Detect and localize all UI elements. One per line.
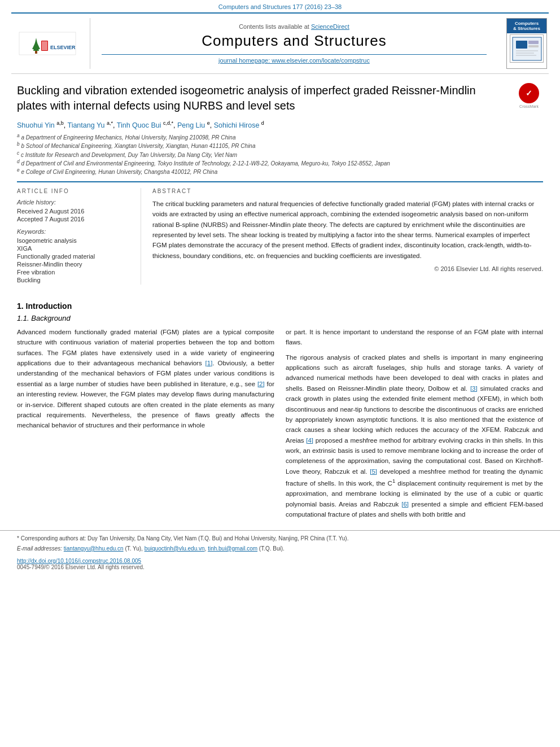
affiliation-d: d d Department of Civil and Environmenta… [17,159,543,167]
keyword-5: Free vibration [17,269,132,276]
email-yu[interactable]: tiantangyu@hhu.edu.cn [64,545,124,552]
svg-rect-8 [516,41,527,49]
ref2[interactable]: [2] [257,381,265,387]
svg-rect-9 [528,41,539,44]
ref4[interactable]: [4] [306,437,313,444]
author-hirose-sup: d [261,120,264,126]
contents-line: Contents lists available at ScienceDirec… [239,23,349,30]
article-info-abstract-section: ARTICLE INFO Article history: Received 2… [17,181,543,285]
keyword-4: Reissner-Mindlin theory [17,261,132,268]
keywords-label: Keywords: [17,228,132,235]
keyword-3: Functionally graded material [17,253,132,260]
ref3[interactable]: [3] [470,385,478,392]
article-title-section: Buckling and vibration extended isogeome… [17,83,543,113]
body-left-col: Advanced modern functionally graded mate… [17,327,274,525]
issn-text: 0045-7949/© 2016 Elsevier Ltd. All right… [17,564,145,570]
abstract-label: ABSTRACT [152,188,543,194]
thumbnail-title: Computers& Structures [513,21,540,31]
footer: http://dx.doi.org/10.1016/j.compstruc.20… [0,554,560,576]
journal-thumbnail: Computers& Structures [506,18,547,69]
keyword-1: Isogeometric analysis [17,237,132,244]
ref1[interactable]: [1] [205,360,213,366]
body-right-para1: or part. It is hence important to unders… [286,327,543,348]
article-info-col: ARTICLE INFO Article history: Received 2… [17,188,141,285]
subsection1-title: 1.1. Background [17,314,543,322]
authors-line: Shuohui Yin a,b, Tiantang Yu a,*, Tinh Q… [17,120,543,129]
doi-link[interactable]: http://dx.doi.org/10.1016/j.compstruc.20… [17,558,141,564]
top-banner: Computers and Structures 177 (2016) 23–3… [0,0,560,12]
svg-rect-5 [42,41,47,50]
author-yin-sup: a,b [56,120,64,126]
homepage-line: journal homepage: www.elsevier.com/locat… [218,57,370,64]
author-bui-sup: c,d,* [163,120,173,126]
crossmark-badge: ✓ CrossMark [515,83,543,108]
body-area: 1. Introduction 1.1. Background Advanced… [0,285,560,525]
ref6[interactable]: [6] [401,501,409,508]
journal-thumbnail-area: Computers& Structures [498,18,549,69]
svg-marker-2 [32,41,40,49]
received-date: Received 2 August 2016 [17,208,132,215]
elsevier-logo-svg: ELSEVIER [16,29,78,58]
affiliation-a: a a Department of Engineering Mechanics,… [17,133,543,141]
affiliation-b: b b School of Mechanical Engineering, Xi… [17,141,543,149]
abstract-copyright: © 2016 Elsevier Ltd. All rights reserved… [152,265,543,272]
elsevier-logo-area: ELSEVIER [11,18,90,69]
affiliations: a a Department of Engineering Mechanics,… [17,133,543,176]
author-liu-sup: e [207,120,210,126]
abstract-text: The critical buckling parameters and nat… [152,199,543,261]
footnote-corresponding: * Corresponding authors at: Duy Tan Univ… [17,534,543,543]
sciencedirect-link[interactable]: ScienceDirect [311,23,349,30]
author-yin[interactable]: Shuohui Yin [17,121,55,129]
article-info-label: ARTICLE INFO [17,188,132,194]
crossmark-label: CrossMark [519,104,539,108]
abstract-col: ABSTRACT The critical buckling parameter… [152,188,543,285]
journal-title: Computers and Structures [202,32,386,50]
body-two-col: Advanced modern functionally graded mate… [17,327,543,525]
svg-text:ELSEVIER: ELSEVIER [50,45,76,50]
article-area: Buckling and vibration extended isogeome… [0,74,560,285]
history-label: Article history: [17,199,132,206]
author-bui[interactable]: Tinh Quoc Bui [117,121,161,129]
homepage-link[interactable]: journal homepage: www.elsevier.com/locat… [218,57,370,64]
section1-title: 1. Introduction [17,302,543,311]
affiliation-e: e e College of Civil Engineering, Hunan … [17,167,543,175]
footnote-area: * Corresponding authors at: Duy Tan Univ… [0,530,560,553]
email-bui2[interactable]: tinh.bui@gmail.com [208,545,257,552]
keyword-2: XIGA [17,245,132,252]
affiliation-c: c c Institute for Research and Developme… [17,150,543,158]
svg-rect-3 [35,51,37,54]
footnote-email: E-mail addresses: tiantangyu@hhu.edu.cn … [17,544,543,553]
email-bui1[interactable]: buiquoctinh@vlu.edu.vn [145,545,205,552]
journal-title-area: Contents lists available at ScienceDirec… [90,18,498,69]
body-left-para1: Advanced modern functionally graded mate… [17,327,274,431]
article-title: Buckling and vibration extended isogeome… [17,83,506,113]
author-liu[interactable]: Peng Liu [177,121,205,129]
ref5[interactable]: [5] [370,468,377,475]
crossmark-icon: ✓ [519,83,539,103]
banner-text: Computers and Structures 177 (2016) 23–3… [218,3,342,10]
author-yu[interactable]: Tiantang Yu [67,121,104,129]
author-hirose[interactable]: Sohichi Hirose [214,121,260,129]
accepted-date: Accepted 7 August 2016 [17,216,132,222]
author-yu-sup: a,* [107,120,113,126]
keyword-6: Buckling [17,277,132,283]
journal-header: ELSEVIER Contents lists available at Sci… [11,12,549,74]
body-right-col: or part. It is hence important to unders… [286,327,543,525]
svg-rect-10 [528,45,539,47]
body-right-para2: The rigorous analysis of cracked plates … [286,352,543,520]
header-divider [102,54,487,55]
